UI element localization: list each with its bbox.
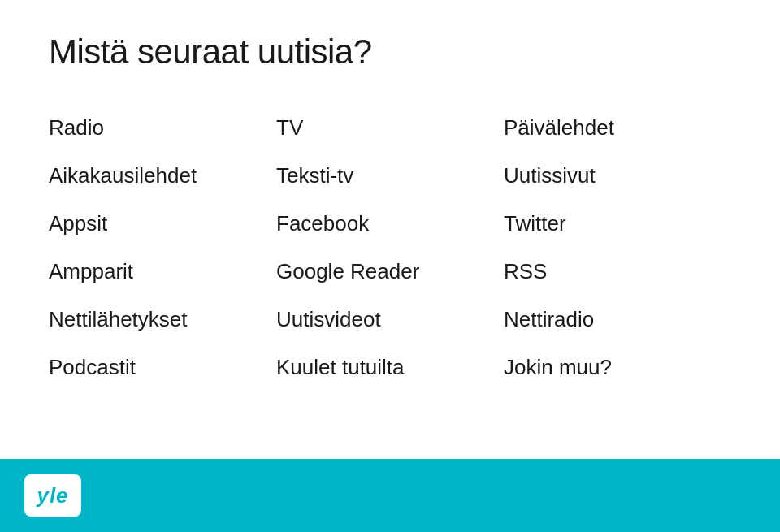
option-item[interactable]: Kuulet tutuilta xyxy=(276,344,504,391)
option-item[interactable]: RSS xyxy=(504,248,731,296)
yle-logo: yle xyxy=(24,474,81,517)
option-item[interactable]: Google Reader xyxy=(276,248,504,296)
option-item[interactable]: Twitter xyxy=(504,200,731,248)
yle-logo-text: yle xyxy=(37,483,68,508)
option-item[interactable]: Aikakausilehdet xyxy=(49,152,276,200)
page-title: Mistä seuraat uutisia? xyxy=(49,32,731,71)
option-item[interactable]: Ampparit xyxy=(49,248,276,296)
option-item[interactable]: Jokin muu? xyxy=(504,344,731,391)
option-item[interactable]: Nettiradio xyxy=(504,296,731,344)
option-item[interactable]: Uutisvideot xyxy=(276,296,504,344)
option-item[interactable]: Radio xyxy=(49,104,276,152)
page-container: Mistä seuraat uutisia? RadioTVPäivälehde… xyxy=(0,0,780,532)
option-item[interactable]: Uutissivut xyxy=(504,152,731,200)
options-grid: RadioTVPäivälehdetAikakausilehdetTeksti-… xyxy=(49,104,731,391)
option-item[interactable]: TV xyxy=(276,104,504,152)
footer: yle xyxy=(0,459,780,532)
yle-logo-box: yle xyxy=(24,474,81,517)
main-content: Mistä seuraat uutisia? RadioTVPäivälehde… xyxy=(0,0,780,459)
option-item[interactable]: Appsit xyxy=(49,200,276,248)
option-item[interactable]: Päivälehdet xyxy=(504,104,731,152)
option-item[interactable]: Podcastit xyxy=(49,344,276,391)
option-item[interactable]: Facebook xyxy=(276,200,504,248)
option-item[interactable]: Teksti-tv xyxy=(276,152,504,200)
option-item[interactable]: Nettilähetykset xyxy=(49,296,276,344)
